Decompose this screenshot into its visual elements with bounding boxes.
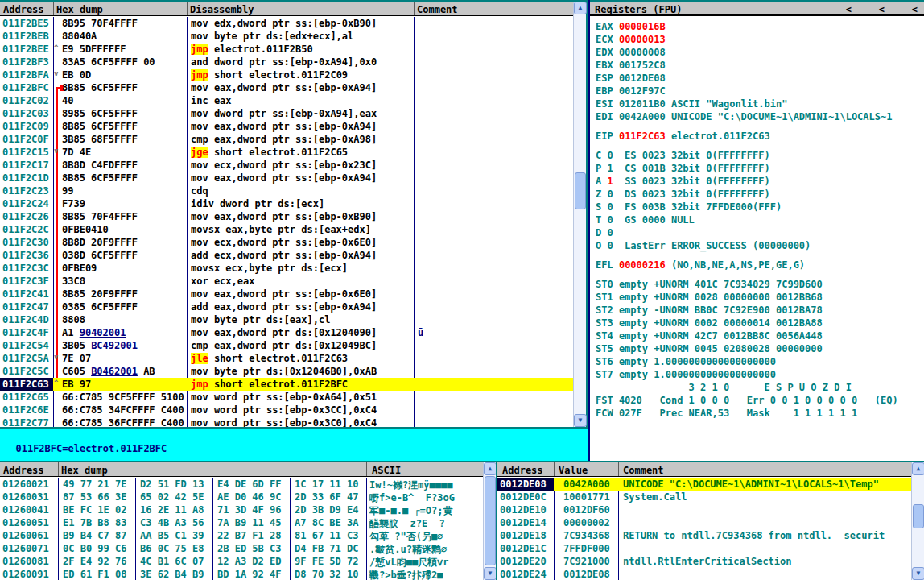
stack-row[interactable]: 0012DE240012DE08 [497, 568, 924, 580]
column-header-ascii[interactable]: ASCII [372, 465, 401, 476]
register-line[interactable]: Z 0 DS 0023 32bit 0(FFFFFFFF) [596, 188, 770, 200]
scroll-up-button[interactable]: ▲ [574, 2, 587, 14]
scroll-down-button[interactable]: ▼ [484, 567, 497, 580]
column-header-address[interactable]: Address [502, 465, 543, 476]
disasm-row[interactable]: 011F2BFC8B85 6CF5FFFFmov eax,dword ptr s… [0, 81, 573, 94]
dump-row[interactable]: 01260041BE FC 1E 0216 2E 11 A871 3D 4F 9… [0, 503, 496, 516]
disasm-row[interactable]: 011F2C6E66:C785 34FCFFFF C400mov word pt… [0, 404, 573, 416]
register-line[interactable]: ECX 00000013 [596, 34, 666, 45]
dump-row[interactable]: 0126002149 77 21 7ED2 51 FD 13E4 DE 6D F… [0, 478, 496, 491]
scrollbar-thumb[interactable] [485, 476, 496, 566]
register-line[interactable]: EIP 011F2C63 electrot.011F2C63 [596, 130, 770, 142]
dump-row[interactable]: 01260091ED 61 F1 083E 62 B4 B9BD 1A 92 4… [0, 568, 496, 580]
disasm-row[interactable]: 011F2C2399cdq [0, 184, 573, 197]
register-line[interactable]: FCW 027F Prec NEAR,53 Mask 1 1 1 1 1 1 [596, 408, 857, 419]
register-line[interactable]: ESP 0012DE08 [596, 72, 666, 84]
register-line[interactable]: EDX 00000008 [596, 47, 666, 58]
register-line[interactable]: FST 4020 Cond 1 0 0 0 Err 0 0 1 0 0 0 0 … [596, 395, 898, 406]
stack-row[interactable]: 0012DE100012DF60 [497, 503, 924, 516]
disasm-row[interactable]: 011F2BE58B95 70F4FFFFmov edx,dword ptr s… [0, 17, 573, 30]
disasm-row[interactable]: 011F2C543B05 BC492001cmp eax,dword ptr d… [0, 339, 573, 352]
disasm-row[interactable]: 011F2C2C0FBE0410movsx eax,byte ptr ds:[e… [0, 223, 573, 236]
disasm-row[interactable]: 011F2C36038D 6CF5FFFFadd ecx,dword ptr s… [0, 249, 573, 262]
scrollbar-thumb[interactable] [913, 504, 924, 528]
hex-bytes-cell: 2B ED 5B C3 [217, 543, 281, 554]
disasm-row[interactable]: 011F2C308B8D 20F9FFFFmov ecx,dword ptr s… [0, 236, 573, 249]
register-line[interactable]: P 1 CS 001B 32bit 0(FFFFFFFF) [596, 163, 770, 174]
stack-row[interactable]: 0012DE080042A000UNICODE "C:\DOCUME~1\ADM… [497, 478, 924, 491]
column-header-comment[interactable]: Comment [417, 4, 458, 15]
scrollbar-thumb[interactable] [575, 172, 586, 209]
disasm-row[interactable]: 011F2C5Av7E 07jle short electrot.011F2C6… [0, 352, 573, 365]
disasm-row[interactable]: 011F2C268B85 70F4FFFFmov eax,dword ptr s… [0, 210, 573, 223]
scroll-up-button[interactable]: ▲ [912, 462, 924, 475]
register-line[interactable]: EDI 0042A000 UNICODE "C:\DOCUME~1\ADMINI… [596, 111, 892, 122]
register-line[interactable]: ST6 empty 1.0000000000000000000 [596, 356, 776, 367]
register-line[interactable]: ESI 012011B0 ASCII "Wagonlit.bin" [596, 98, 787, 110]
register-line[interactable]: EAX 0000016B [596, 21, 666, 32]
dump-row[interactable]: 01260051E1 7B B8 83C3 4B A3 567A B9 11 4… [0, 516, 496, 529]
disasm-row[interactable]: 011F2BF383A5 6CF5FFFF 00and dword ptr ss… [0, 56, 573, 68]
stack-row[interactable]: 0012DE0C10001771System.Call [497, 491, 924, 503]
register-line[interactable]: EBP 0012F97C [596, 85, 666, 97]
collapse-button[interactable]: < [912, 4, 918, 15]
register-line[interactable]: EBX 001752C8 [596, 60, 666, 71]
disasm-row[interactable]: 011F2C178B8D C4FDFFFFmov ecx,dword ptr s… [0, 159, 573, 172]
register-line[interactable]: A 1 SS 0023 32bit 0(FFFFFFFF) [596, 176, 770, 187]
register-line[interactable]: 3 2 1 0 E S P U O Z D I [596, 382, 852, 393]
disasm-row[interactable]: 011F2C098B85 6CF5FFFFmov eax,dword ptr s… [0, 120, 573, 133]
disasm-row[interactable]: 011F2C1D8B85 6CF5FFFFmov eax,dword ptr s… [0, 172, 573, 184]
disasm-row[interactable]: 011F2C470385 6CF5FFFFadd eax,dword ptr s… [0, 300, 573, 313]
disasm-row[interactable]: 011F2C5CC605 B0462001 ABmov byte ptr ds:… [0, 365, 573, 378]
register-line[interactable]: ST1 empty +UNORM 0028 00000000 0012BB68 [596, 292, 823, 303]
register-line[interactable]: ST0 empty +UNORM 401C 7C934029 7C99D600 [596, 279, 823, 290]
register-line[interactable]: ST5 empty +UNORM 0045 02080028 00000000 [596, 343, 823, 354]
column-header-value[interactable]: Value [559, 465, 588, 476]
disasm-row[interactable]: 011F2C418B85 20F9FFFFmov eax,dword ptr s… [0, 288, 573, 300]
register-line[interactable]: ST2 empty -UNORM BB0C 7C92E900 0012BA78 [596, 304, 823, 316]
register-line[interactable]: EFL 00000216 (NO,NB,NE,A,NS,PE,GE,G) [596, 259, 805, 271]
register-line[interactable]: ST4 empty +UNORM 42C7 0012BB8C 0056A448 [596, 330, 823, 342]
disasm-row[interactable]: 011F2C4FA1 90402001mov eax,dword ptr ds:… [0, 326, 573, 339]
disasm-row[interactable]: 011F2C4D8808mov byte ptr ds:[eax],cl [0, 313, 573, 326]
register-line[interactable]: O 0 LastErr ERROR_SUCCESS (00000000) [596, 240, 811, 251]
scroll-down-button[interactable]: ▼ [912, 567, 924, 580]
collapse-button[interactable]: < [879, 4, 885, 15]
column-header-hexdump[interactable]: Hex dump [56, 4, 103, 15]
column-header-address[interactable]: Address [3, 4, 44, 15]
register-line[interactable]: ST7 empty 1.0000000000000000000 [596, 369, 776, 380]
column-header-disassembly[interactable]: Disassembly [190, 4, 254, 15]
stack-row[interactable]: 0012DE207C921000ntdll.RtlEnterCriticalSe… [497, 555, 924, 568]
disasm-row[interactable]: 011F2BEE^E9 5DFFFFFFjmp electrot.011F2B5… [0, 43, 573, 56]
stack-row[interactable]: 0012DE1400000002 [497, 516, 924, 529]
collapse-button[interactable]: < [846, 4, 852, 15]
dump-row[interactable]: 01260061B9 B4 C7 87AA B5 C1 3922 B7 F1 2… [0, 529, 496, 542]
disasm-row[interactable]: 011F2C6566:C785 9CF5FFFF 5100mov word pt… [0, 391, 573, 404]
disasm-row[interactable]: 011F2BEB88040Amov byte ptr ds:[edx+ecx],… [0, 30, 573, 43]
scroll-up-button[interactable]: ▲ [484, 462, 497, 475]
disasm-row[interactable]: 011F2C24F739idiv dword ptr ds:[ecx] [0, 197, 573, 210]
dump-row[interactable]: 0126003187 53 66 3E65 02 42 5EAE D0 46 9… [0, 491, 496, 503]
dump-row[interactable]: 012600812F E4 92 764C B1 6C 0712 A3 D2 E… [0, 555, 496, 568]
stack-row[interactable]: 0012DE1C7FFDF000 [497, 542, 924, 555]
disasm-row[interactable]: 011F2C0F3B85 68F5FFFFcmp eax,dword ptr s… [0, 133, 573, 146]
register-line[interactable]: D 0 [596, 227, 613, 238]
disasm-row[interactable]: 011F2C0240inc eax [0, 94, 573, 107]
column-header-address[interactable]: Address [3, 465, 44, 476]
column-header-hexdump[interactable]: Hex dump [61, 465, 108, 476]
column-header-comment[interactable]: Comment [623, 465, 664, 476]
register-line[interactable]: ST3 empty +UNORM 0002 00000014 0012BA88 [596, 317, 823, 329]
disasm-row[interactable]: 011F2C7766:C785 36FCFFFF C400mov word pt… [0, 416, 573, 427]
scroll-down-button[interactable]: ▼ [574, 414, 587, 427]
disasm-row[interactable]: 011F2C3F33C8xor ecx,eax [0, 275, 573, 288]
register-line[interactable]: S 0 FS 003B 32bit 7FFDE000(FFF) [596, 201, 782, 213]
disasm-row[interactable]: 011F2C15v7D 4Ejge short electrot.011F2C6… [0, 146, 573, 159]
disasm-row[interactable]: 011F2C3C0FBE09movsx ecx,byte ptr ds:[ecx… [0, 262, 573, 275]
stack-row[interactable]: 0012DE187C934368RETURN to ntdll.7C934368… [497, 529, 924, 542]
disasm-row[interactable]: 011F2C63^EB 97jmp short electrot.011F2BF… [0, 378, 573, 391]
register-line[interactable]: C 0 ES 0023 32bit 0(FFFFFFFF) [596, 150, 770, 161]
dump-row[interactable]: 012600710C B0 99 C6B6 0C 75 E82B ED 5B C… [0, 542, 496, 555]
disasm-row[interactable]: 011F2BFAvEB 0Djmp short electrot.011F2C0… [0, 68, 573, 81]
register-line[interactable]: T 0 GS 0000 NULL [596, 214, 695, 226]
disasm-row[interactable]: 011F2C038985 6CF5FFFFmov dword ptr ss:[e… [0, 107, 573, 120]
